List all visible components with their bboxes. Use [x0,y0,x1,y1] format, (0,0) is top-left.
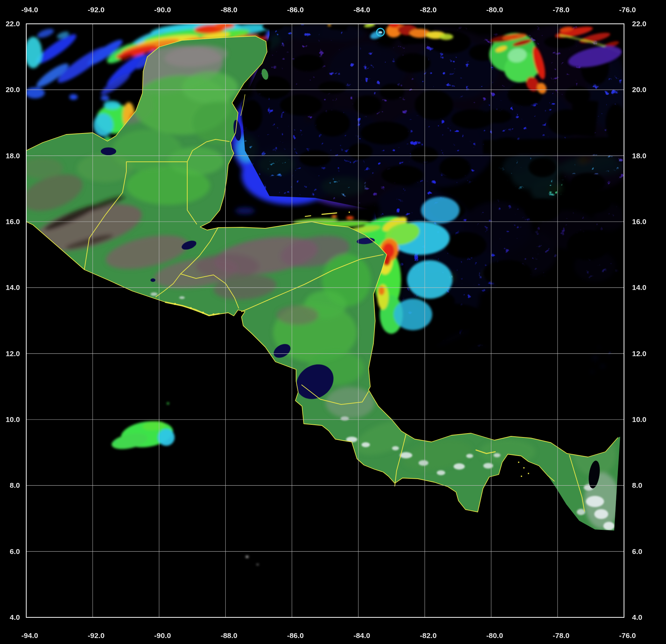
coastal-blooms-45 [331,215,337,218]
lat-tick-right-7: 8.0 [632,481,642,489]
lakes-6 [150,278,155,282]
country-borders-20 [202,312,204,314]
coastal-blooms-1 [328,24,331,26]
coastal-blooms-8 [439,34,453,40]
country-borders-18 [174,303,176,305]
lon-tick-top-1: -92.0 [88,6,105,14]
lon-tick-top-0: -94.0 [21,6,38,14]
lat-tick-right-9: 4.0 [632,613,642,621]
lat-tick-right-3: 16.0 [632,217,646,226]
clouds-15 [179,296,185,299]
clouds-16 [392,446,399,450]
lon-tick-bottom-4: -86.0 [287,631,304,639]
lat-tick-left-1: 20.0 [6,85,20,94]
lon-tick-bottom-6: -82.0 [420,631,437,639]
lat-tick-right-6: 10.0 [632,415,646,423]
lat-tick-left-4: 14.0 [6,283,20,291]
coastal-blooms-48 [158,429,175,446]
clouds-14 [150,292,157,296]
lat-tick-left-3: 16.0 [6,217,20,226]
lat-tick-left-9: 4.0 [10,613,20,621]
coastal-blooms-52 [246,556,248,558]
coastal-blooms-31 [394,299,432,330]
lon-tick-bottom-2: -90.0 [154,631,171,639]
lon-tick-top-7: -80.0 [486,6,503,14]
lat-tick-right-1: 20.0 [632,85,646,94]
country-borders-23 [523,467,525,469]
ocean-color-map: -94.0-94.0-92.0-92.0-90.0-90.0-88.0-88.0… [0,0,666,644]
clouds-18 [483,463,493,469]
country-borders-24 [528,473,529,474]
lat-tick-right-0: 22.0 [632,20,646,28]
country-borders-25 [521,476,522,477]
lat-tick-left-5: 12.0 [6,349,20,358]
map-svg: -94.0-94.0-92.0-92.0-90.0-90.0-88.0-88.0… [0,0,666,644]
cuba-swirl-1 [379,32,382,33]
gulf-blooms-9 [69,94,78,100]
land-texture-32 [77,154,133,182]
lat-tick-left-0: 22.0 [6,20,20,28]
lat-tick-right-5: 12.0 [632,349,646,358]
lon-tick-top-2: -90.0 [154,6,171,14]
coastal-blooms-50 [114,441,117,443]
lon-tick-bottom-7: -80.0 [486,631,503,639]
country-borders-22 [518,462,519,463]
lon-tick-bottom-0: -94.0 [21,631,38,639]
land-texture-19 [196,254,259,279]
country-borders-19 [190,307,192,309]
lat-tick-left-2: 18.0 [6,152,20,160]
coastal-blooms-44 [346,216,354,220]
lat-tick-left-8: 6.0 [10,547,20,555]
land-texture-23 [276,305,318,325]
caribbean-base-51 [235,207,255,214]
coastal-blooms-30 [407,260,453,299]
clouds-4 [454,463,465,470]
lat-tick-right-2: 18.0 [632,152,646,160]
clouds-19 [493,453,500,457]
gulf-blooms-7 [24,37,42,68]
lat-tick-left-6: 10.0 [6,415,20,423]
coastal-blooms-32 [421,197,460,223]
country-borders-17 [349,212,350,213]
lat-tick-left-7: 8.0 [10,481,20,489]
land-texture-11 [21,158,63,179]
coastal-blooms-51 [167,402,169,404]
lon-tick-bottom-9: -76.0 [619,631,636,639]
clouds-9 [586,496,604,507]
lon-tick-bottom-3: -88.0 [220,631,237,639]
clouds-5 [466,454,473,458]
lon-tick-bottom-1: -92.0 [88,631,105,639]
clouds-10 [594,509,608,519]
lat-tick-right-8: 6.0 [632,547,642,555]
gulf-blooms-38 [101,95,109,101]
land-texture-4 [182,72,238,103]
clouds-17 [437,470,445,475]
coastal-blooms-53 [257,564,259,565]
lon-tick-top-4: -86.0 [287,6,304,14]
lon-tick-top-6: -82.0 [420,6,437,14]
lat-tick-right-4: 14.0 [632,283,646,291]
clouds-1 [362,442,370,447]
lon-tick-bottom-8: -78.0 [553,631,569,639]
lon-tick-top-3: -88.0 [220,6,237,14]
lon-tick-top-8: -78.0 [553,6,569,14]
gulf-blooms-36 [104,101,120,109]
lakes-4 [101,147,116,155]
clouds-3 [419,460,428,466]
country-borders-21 [212,313,215,316]
gulf-blooms-8 [25,87,45,98]
lon-tick-top-5: -84.0 [353,6,370,14]
gulf-blooms-35 [93,113,113,137]
clouds-6 [341,416,349,421]
clouds-12 [603,522,615,530]
lon-tick-bottom-5: -84.0 [353,631,370,639]
lon-tick-top-9: -76.0 [619,6,636,14]
